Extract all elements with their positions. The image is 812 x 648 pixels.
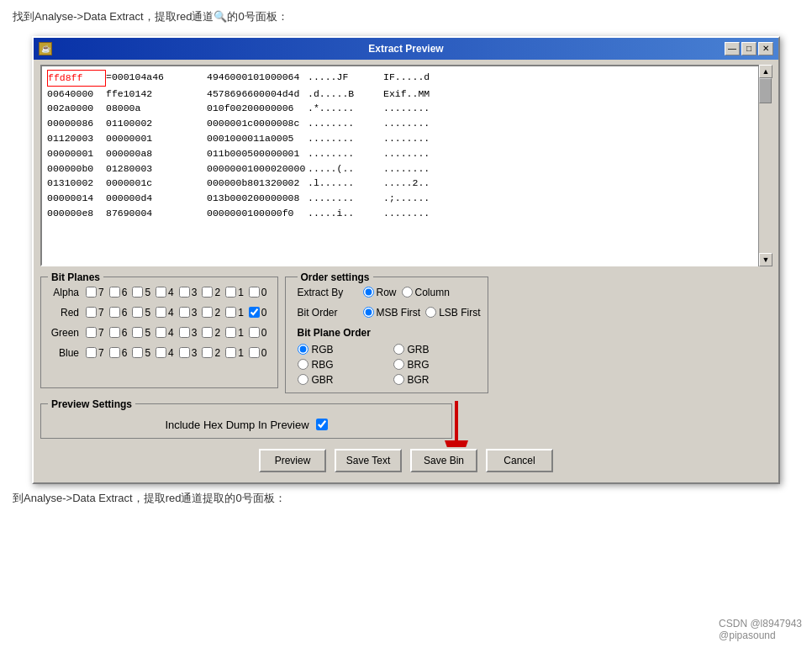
blue-cb7[interactable] — [86, 347, 97, 358]
blue-cb5[interactable] — [132, 347, 143, 358]
blue-bit1[interactable]: 1 — [225, 347, 244, 359]
red-cb0[interactable] — [249, 307, 260, 318]
alpha-bit1[interactable]: 1 — [225, 287, 244, 298]
alpha-bit5[interactable]: 5 — [132, 287, 150, 298]
red-bit0[interactable]: 0 — [249, 307, 267, 319]
alpha-cb1[interactable] — [225, 287, 236, 298]
green-cb6[interactable] — [109, 327, 120, 338]
alpha-cb6[interactable] — [109, 287, 120, 298]
green-bit1[interactable]: 1 — [225, 327, 244, 339]
red-bit5[interactable]: 5 — [132, 307, 150, 319]
close-button[interactable]: ✕ — [758, 42, 773, 55]
alpha-cb3[interactable] — [179, 287, 190, 298]
bottom-text-content: 到Analyse->Data Extract，提取red通道提取的0号面板： — [13, 492, 286, 504]
blue-bit4[interactable]: 4 — [156, 347, 174, 359]
rbg-option[interactable]: RBG — [298, 359, 385, 371]
lsb-first-option[interactable]: LSB First — [425, 307, 480, 319]
alpha-bit0[interactable]: 0 — [249, 287, 267, 298]
scroll-up-button[interactable]: ▲ — [759, 65, 772, 78]
bgr-radio[interactable] — [393, 374, 404, 385]
red-cb1[interactable] — [225, 307, 236, 318]
green-bit3[interactable]: 3 — [179, 327, 198, 339]
grb-radio[interactable] — [393, 344, 404, 355]
extract-column-option[interactable]: Column — [402, 287, 450, 298]
blue-bit0[interactable]: 0 — [249, 347, 267, 359]
preview-button[interactable]: Preview — [259, 449, 326, 472]
grb-option[interactable]: GRB — [393, 344, 481, 356]
green-cb7[interactable] — [86, 327, 97, 338]
blue-cb0[interactable] — [249, 347, 260, 358]
red-bit1[interactable]: 1 — [225, 307, 244, 319]
green-cb2[interactable] — [202, 327, 213, 338]
alpha-cb5[interactable] — [132, 287, 143, 298]
alpha-bit3[interactable]: 3 — [179, 287, 198, 298]
green-cb3[interactable] — [179, 327, 190, 338]
gbr-option[interactable]: GBR — [298, 374, 385, 386]
alpha-cb4[interactable] — [156, 287, 166, 298]
maximize-button[interactable]: □ — [741, 42, 757, 55]
save-bin-button[interactable]: Save Bin — [410, 449, 477, 472]
red-bit7[interactable]: 7 — [86, 307, 104, 319]
ascii-col1: .....JF — [308, 70, 383, 87]
scroll-down-button[interactable]: ▼ — [759, 253, 772, 266]
minimize-button[interactable]: — — [725, 42, 740, 55]
blue-bit3[interactable]: 3 — [179, 347, 198, 359]
green-bit2[interactable]: 2 — [202, 327, 220, 339]
preview-area[interactable]: ffd8ff =000104a46 4946000101000064 .....… — [40, 65, 772, 266]
alpha-cb7[interactable] — [86, 287, 97, 298]
msb-first-option[interactable]: MSB First — [363, 307, 421, 319]
preview-scrollbar[interactable]: ▲ ▼ — [758, 65, 772, 266]
blue-bit5[interactable]: 5 — [132, 347, 150, 359]
alpha-cb2[interactable] — [202, 287, 213, 298]
red-cb5[interactable] — [132, 307, 143, 318]
alpha-bit4[interactable]: 4 — [156, 287, 174, 298]
rbg-radio[interactable] — [298, 359, 308, 370]
extract-column-radio[interactable] — [402, 287, 413, 298]
red-cb6[interactable] — [109, 307, 120, 318]
blue-bit2[interactable]: 2 — [202, 347, 220, 359]
red-bit2[interactable]: 2 — [202, 307, 220, 319]
green-cb4[interactable] — [156, 327, 166, 338]
blue-cb6[interactable] — [109, 347, 120, 358]
red-bit6[interactable]: 6 — [109, 307, 128, 319]
alpha-cb0[interactable] — [249, 287, 260, 298]
green-cb5[interactable] — [132, 327, 143, 338]
red-bit3[interactable]: 3 — [179, 307, 198, 319]
cancel-button[interactable]: Cancel — [486, 449, 553, 472]
lsb-first-radio[interactable] — [425, 307, 436, 318]
brg-option[interactable]: BRG — [393, 359, 481, 371]
red-cb3[interactable] — [179, 307, 190, 318]
red-cb2[interactable] — [202, 307, 213, 318]
green-bit7[interactable]: 7 — [86, 327, 104, 339]
blue-bit7[interactable]: 7 — [86, 347, 104, 359]
red-cb4[interactable] — [156, 307, 166, 318]
blue-cb1[interactable] — [225, 347, 236, 358]
green-cb0[interactable] — [249, 327, 260, 338]
rgb-option[interactable]: RGB — [298, 344, 385, 356]
red-bit4[interactable]: 4 — [156, 307, 174, 319]
green-bit4[interactable]: 4 — [156, 327, 174, 339]
green-bit0[interactable]: 0 — [249, 327, 267, 339]
alpha-bit7[interactable]: 7 — [86, 287, 104, 298]
red-cb7[interactable] — [86, 307, 97, 318]
scroll-track[interactable] — [759, 78, 772, 253]
blue-bit6[interactable]: 6 — [109, 347, 128, 359]
scroll-thumb[interactable] — [759, 78, 772, 103]
blue-cb3[interactable] — [179, 347, 190, 358]
save-text-button[interactable]: Save Text — [335, 449, 402, 472]
extract-row-option[interactable]: Row — [363, 287, 397, 298]
green-bit5[interactable]: 5 — [132, 327, 150, 339]
brg-radio[interactable] — [393, 359, 404, 370]
blue-cb2[interactable] — [202, 347, 213, 358]
alpha-bit6[interactable]: 6 — [109, 287, 128, 298]
green-bit6[interactable]: 6 — [109, 327, 128, 339]
blue-cb4[interactable] — [156, 347, 166, 358]
alpha-bit2[interactable]: 2 — [202, 287, 220, 298]
extract-row-radio[interactable] — [363, 287, 374, 298]
gbr-radio[interactable] — [298, 374, 308, 385]
green-cb1[interactable] — [225, 327, 236, 338]
msb-first-radio[interactable] — [363, 307, 374, 318]
bgr-option[interactable]: BGR — [393, 374, 481, 386]
rgb-radio[interactable] — [298, 344, 308, 355]
hex-dump-checkbox[interactable] — [316, 419, 328, 430]
